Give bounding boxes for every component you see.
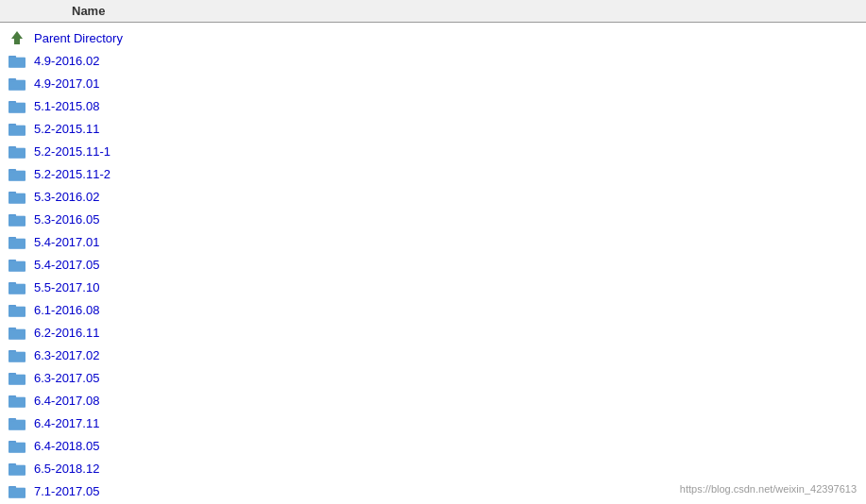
list-item[interactable]: 5.4-2017.01 [0,230,866,253]
svg-rect-57 [8,465,25,476]
svg-rect-60 [8,488,25,498]
folder-icon [8,300,26,319]
folder-link[interactable]: 5.2-2015.11-2 [34,167,110,181]
folder-icon [8,96,26,115]
list-item[interactable]: 5.5-2017.10 [0,276,866,298]
folder-icon [8,436,26,455]
header: Name [0,0,866,23]
list-item[interactable]: 6.5-2018.12 [0,457,866,479]
svg-rect-18 [8,171,25,181]
svg-rect-30 [8,261,25,272]
list-item[interactable]: 6.4-2017.11 [0,412,866,434]
folder-icon [8,232,26,251]
svg-rect-24 [8,216,25,227]
folder-icon [8,187,26,206]
folder-link[interactable]: 5.4-2017.01 [34,235,99,249]
folder-link[interactable]: 5.2-2015.11-1 [34,144,110,159]
svg-rect-51 [8,420,25,430]
folder-icon [8,459,26,478]
folder-icon [8,481,26,500]
file-list: Parent Directory 4.9-2016.02 4.9-2017.01 [0,23,866,504]
list-item[interactable]: 6.3-2017.05 [0,366,866,389]
svg-rect-54 [8,443,25,453]
folder-link[interactable]: 6.3-2017.02 [34,348,99,362]
folder-link[interactable]: 6.1-2016.08 [34,303,99,317]
folder-icon [8,255,26,274]
folder-link[interactable]: 6.4-2018.05 [34,439,99,453]
folder-icon [8,164,26,183]
folder-link[interactable]: 5.3-2016.05 [34,212,99,227]
folder-icon [8,210,26,228]
svg-rect-33 [8,284,25,294]
folder-icon [8,119,26,138]
watermark: https://blog.csdn.net/weixin_42397613 [680,483,857,495]
folder-link[interactable]: 5.5-2017.10 [34,280,99,294]
folder-icon [8,391,26,410]
folder-link[interactable]: 6.5-2018.12 [34,462,99,476]
folder-icon [8,413,26,432]
list-item[interactable]: 5.3-2016.05 [0,208,866,230]
list-item[interactable]: 6.1-2016.08 [0,298,866,321]
list-item[interactable]: 5.2-2015.11-2 [0,162,866,185]
folder-icon [8,142,26,160]
folder-icon [8,323,26,342]
list-item[interactable]: 6.4-2018.05 [0,434,866,457]
svg-rect-45 [8,375,25,385]
list-item[interactable]: 6.2-2016.11 [0,321,866,344]
svg-marker-0 [11,31,23,44]
folder-link[interactable]: 5.3-2016.02 [34,190,99,204]
svg-rect-39 [8,329,25,340]
folder-icon [8,277,26,296]
folder-icon [8,345,26,364]
list-item[interactable]: 5.2-2015.11 [0,117,866,140]
folder-icon [8,51,26,70]
folder-link[interactable]: 4.9-2016.02 [34,54,99,68]
folder-link[interactable]: 6.4-2017.08 [34,394,99,408]
list-item[interactable]: 6.4-2017.08 [0,389,866,412]
folder-link[interactable]: 5.2-2015.11 [34,122,99,136]
list-item[interactable]: 5.1-2015.08 [0,94,866,117]
svg-rect-48 [8,397,25,408]
svg-rect-15 [8,148,25,159]
parent-directory-item[interactable]: Parent Directory [0,26,866,49]
folder-link[interactable]: 4.9-2017.01 [34,76,99,91]
svg-rect-12 [8,126,25,136]
folder-link[interactable]: 6.4-2017.11 [34,416,99,430]
svg-rect-42 [8,352,25,362]
list-item[interactable]: 6.3-2017.02 [0,344,866,366]
svg-rect-21 [8,193,25,204]
folder-link[interactable]: 5.4-2017.05 [34,258,99,272]
folder-link[interactable]: 7.1-2017.05 [34,484,99,498]
folder-icon [8,368,26,387]
folder-link[interactable]: 6.3-2017.05 [34,371,99,385]
list-item[interactable]: 4.9-2017.01 [0,72,866,94]
list-item[interactable]: 5.2-2015.11-1 [0,140,866,162]
svg-rect-27 [8,239,25,249]
svg-rect-6 [8,80,25,91]
folder-link[interactable]: 5.1-2015.08 [34,99,99,113]
folder-icon [8,74,26,92]
list-item[interactable]: 5.3-2016.02 [0,185,866,208]
column-header-name: Name [72,4,105,18]
up-arrow-icon [8,28,26,47]
folder-link[interactable]: 6.2-2016.11 [34,326,99,340]
list-item[interactable]: 5.4-2017.05 [0,253,866,276]
parent-directory-link[interactable]: Parent Directory [34,31,123,45]
svg-rect-36 [8,307,25,317]
svg-rect-3 [8,58,25,68]
svg-rect-9 [8,103,25,113]
list-item[interactable]: 4.9-2016.02 [0,49,866,72]
